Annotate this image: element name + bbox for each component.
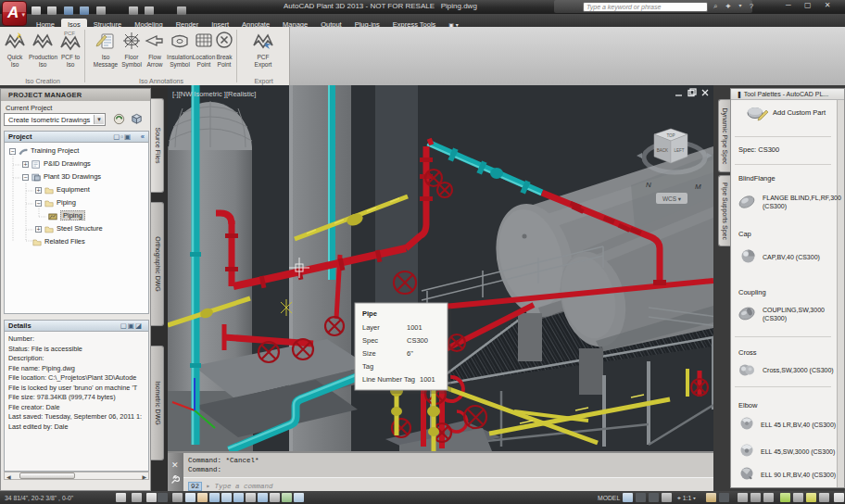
svg-text:TOP: TOP xyxy=(666,133,675,138)
svg-text:Pipe: Pipe xyxy=(362,309,377,318)
svg-text:PCF: PCF xyxy=(64,31,75,36)
svg-text:[-][NW Isometric ][Realistic]: [-][NW Isometric ][Realistic] xyxy=(172,90,256,98)
svg-text:WCS ▾: WCS ▾ xyxy=(662,195,682,202)
svg-text:BACK: BACK xyxy=(657,148,668,153)
svg-text:CS300: CS300 xyxy=(407,336,428,345)
svg-text:Line Number Tag: Line Number Tag xyxy=(362,375,415,384)
svg-text:Layer: Layer xyxy=(362,323,380,332)
svg-text:M: M xyxy=(695,183,701,191)
svg-text:Tag: Tag xyxy=(362,362,373,371)
svg-text:1001: 1001 xyxy=(420,375,435,384)
svg-text:LEFT: LEFT xyxy=(674,148,684,153)
svg-text:N: N xyxy=(646,181,651,189)
svg-text:6": 6" xyxy=(407,349,413,358)
svg-text:Spec: Spec xyxy=(362,336,378,345)
svg-text:Size: Size xyxy=(362,349,376,358)
svg-text:1001: 1001 xyxy=(407,323,422,332)
